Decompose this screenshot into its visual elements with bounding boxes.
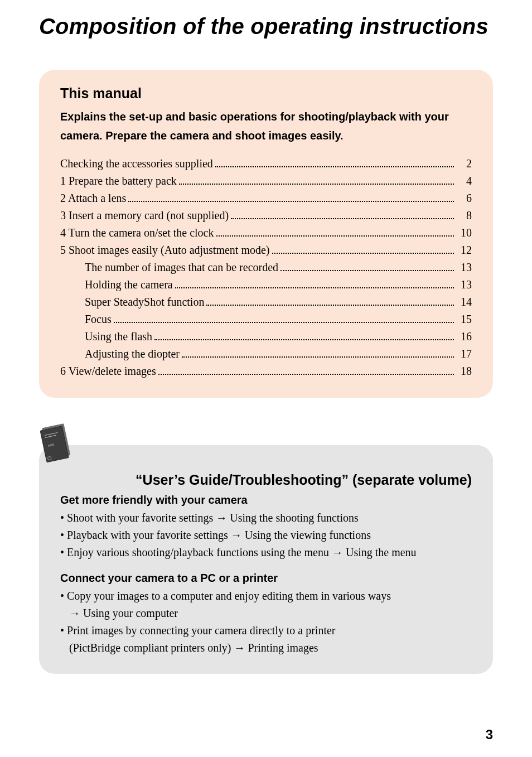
toc-label: The number of images that can be recorde…: [85, 259, 278, 276]
toc-label: 2 Attach a lens: [60, 190, 126, 207]
toc-dots: [128, 192, 454, 202]
toc-label: Super SteadyShot function: [85, 293, 204, 311]
toc-row: 5 Shoot images easily (Auto adjustment m…: [60, 242, 472, 259]
connect-bullets: • Copy your images to a computer and enj…: [60, 588, 472, 656]
page-number: 3: [39, 727, 493, 742]
toc-row: Checking the accessories supplied2: [60, 155, 472, 172]
toc-dots: [215, 157, 454, 167]
toc-page: 4: [456, 172, 472, 190]
toc-page: 17: [456, 345, 472, 363]
toc-dots: [216, 226, 454, 237]
friendly-bullets: • Shoot with your favorite settings → Us…: [60, 510, 472, 561]
toc-label: 5 Shoot images easily (Auto adjustment m…: [60, 242, 270, 259]
toc-dots: [114, 313, 454, 323]
toc-label: Adjusting the diopter: [85, 345, 180, 363]
toc-label: Checking the accessories supplied: [60, 155, 213, 172]
this-manual-panel: This manual Explains the set-up and basi…: [39, 70, 493, 398]
toc-label: Using the flash: [85, 328, 152, 345]
bullet-item: • Shoot with your favorite settings → Us…: [60, 510, 472, 526]
toc-label: Focus: [85, 311, 112, 328]
toc-page: 8: [456, 207, 472, 224]
toc-row: Adjusting the diopter17: [60, 345, 472, 363]
toc-page: 14: [456, 293, 472, 311]
toc-row: 1 Prepare the battery pack4: [60, 172, 472, 190]
bullet-item: • Playback with your favorite settings →…: [60, 527, 472, 543]
toc-label: Holding the camera: [85, 276, 173, 293]
toc-row: The number of images that can be recorde…: [60, 259, 472, 276]
toc-dots: [272, 244, 454, 254]
toc-page: 12: [456, 242, 472, 259]
toc-label: 1 Prepare the battery pack: [60, 172, 177, 190]
page-title: Composition of the operating instruction…: [39, 14, 493, 39]
book-icon: α100: [36, 420, 75, 470]
bullet-continuation: → Using your computer: [60, 605, 472, 621]
toc-page: 18: [456, 363, 472, 380]
this-manual-subheading: Explains the set-up and basic operations…: [60, 107, 472, 145]
toc-dots: [182, 348, 454, 358]
toc-row: 4 Turn the camera on/set the clock10: [60, 224, 472, 242]
bullet-continuation: (PictBridge compliant printers only) → P…: [60, 640, 472, 656]
toc-page: 10: [456, 224, 472, 242]
bullet-item: • Enjoy various shooting/playback functi…: [60, 544, 472, 561]
toc-page: 2: [456, 155, 472, 172]
toc-dots: [179, 175, 454, 185]
toc-row: 6 View/delete images18: [60, 363, 472, 380]
toc-row: 2 Attach a lens6: [60, 190, 472, 207]
toc-dots: [158, 365, 454, 375]
toc-label: 4 Turn the camera on/set the clock: [60, 224, 214, 242]
toc-dots: [206, 296, 454, 306]
table-of-contents: Checking the accessories supplied21 Prep…: [60, 155, 472, 380]
toc-label: 3 Insert a memory card (not supplied): [60, 207, 229, 224]
toc-row: Using the flash16: [60, 328, 472, 345]
toc-dots: [154, 330, 454, 340]
toc-dots: [280, 261, 454, 271]
toc-row: Focus15: [60, 311, 472, 328]
toc-row: 3 Insert a memory card (not supplied)8: [60, 207, 472, 224]
this-manual-heading: This manual: [60, 85, 472, 102]
users-guide-panel: α100 “User’s Guide/Troubleshooting” (sep…: [39, 445, 493, 674]
toc-page: 6: [456, 190, 472, 207]
bullet-item: • Copy your images to a computer and enj…: [60, 588, 472, 604]
toc-page: 15: [456, 311, 472, 328]
toc-row: Super SteadyShot function14: [60, 293, 472, 311]
users-guide-title: “User’s Guide/Troubleshooting” (separate…: [60, 472, 472, 488]
toc-page: 13: [456, 276, 472, 293]
toc-page: 13: [456, 259, 472, 276]
toc-page: 16: [456, 328, 472, 345]
friendly-heading: Get more friendly with your camera: [60, 494, 472, 507]
toc-dots: [175, 278, 454, 288]
connect-heading: Connect your camera to a PC or a printer: [60, 572, 472, 585]
toc-label: 6 View/delete images: [60, 363, 156, 380]
toc-dots: [231, 209, 454, 219]
bullet-item: • Print images by connecting your camera…: [60, 623, 472, 639]
toc-row: Holding the camera13: [60, 276, 472, 293]
